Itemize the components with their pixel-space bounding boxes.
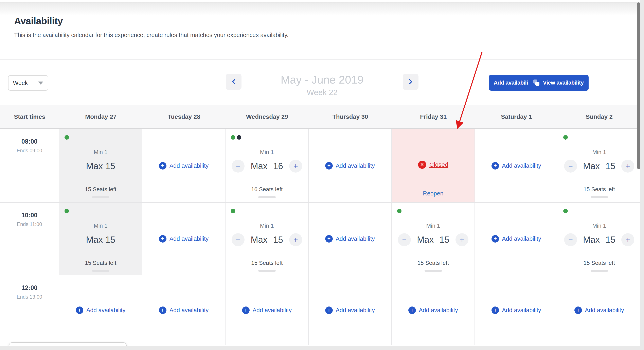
add-availability-link[interactable]: + Add availability [159, 235, 208, 242]
add-availability-link[interactable]: + Add availability [492, 235, 541, 242]
slot-cell-tuesday-0800: + Add availability [142, 129, 226, 202]
plus-icon: + [626, 162, 630, 170]
slot-cell-thursday-1200: + Add availability [309, 275, 392, 345]
top-gradient [0, 2, 644, 16]
slot-cell-thursday-0800: + Add availability [309, 129, 392, 202]
seats-left-label: 16 Seats left [251, 186, 283, 192]
column-header-sunday: Sunday 2 [558, 113, 640, 120]
column-header-wednesday: Wednesday 29 [226, 113, 309, 120]
seats-progress-bar[interactable] [590, 196, 608, 198]
add-availability-link[interactable]: + Add availability [325, 235, 375, 242]
max-stepper-value: Max15 [417, 235, 449, 245]
increase-max-button[interactable]: + [289, 233, 302, 246]
closed-link[interactable]: ✕ Closed [392, 161, 474, 169]
max-label: Max 15 [86, 235, 115, 245]
page-description: This is the availability calendar for th… [14, 32, 640, 38]
seats-left-label: 15 Seats left [85, 260, 116, 266]
plus-circle-icon: + [159, 235, 166, 242]
add-availability-link[interactable]: + Add availability [159, 162, 208, 170]
increase-max-button[interactable]: + [621, 233, 634, 246]
column-header-monday: Monday 27 [59, 113, 142, 120]
next-week-button[interactable] [403, 74, 418, 90]
max-stepper-value: Max16 [250, 161, 283, 171]
increase-max-button[interactable]: + [456, 233, 468, 246]
max-stepper-value: Max15 [583, 235, 615, 245]
chevron-right-icon [407, 78, 414, 86]
column-header-thursday: Thursday 30 [309, 113, 392, 120]
increase-max-button[interactable]: + [289, 160, 302, 172]
vertical-scrollbar[interactable] [637, 2, 640, 169]
seats-left-label: 15 Seats left [85, 186, 116, 192]
min-label: Min 1 [94, 149, 108, 156]
add-availability-link[interactable]: + Add availability [492, 162, 541, 170]
slot-cell-tuesday-1000: + Add availability [142, 203, 226, 275]
seats-progress-bar[interactable] [92, 196, 110, 198]
slot-cell-monday-0800[interactable]: Min 1 Max 15 15 Seats left [59, 129, 142, 202]
seats-progress-bar[interactable] [92, 270, 110, 272]
slot-cell-friday-1000[interactable]: Min 1 − Max15 + 15 Seats left [392, 203, 475, 275]
plus-circle-icon: + [159, 162, 166, 170]
seats-progress-bar[interactable] [258, 270, 276, 272]
add-availability-link[interactable]: + Add availability [159, 306, 208, 314]
add-availability-link[interactable]: + Add availability [325, 162, 375, 170]
column-header-saturday: Saturday 1 [475, 113, 558, 120]
plus-icon: + [626, 236, 630, 244]
decrease-max-button[interactable]: − [564, 160, 577, 172]
slot-cell-monday-1200: + Add availability [59, 275, 142, 345]
plus-circle-icon: + [325, 235, 333, 242]
plus-circle-icon: + [492, 306, 499, 314]
decrease-max-button[interactable]: − [398, 233, 411, 246]
view-availability-button[interactable]: View availability [528, 75, 588, 91]
minus-icon: − [568, 236, 573, 244]
decrease-max-button[interactable]: − [564, 233, 577, 246]
slot-cell-tuesday-1200: + Add availability [142, 275, 226, 345]
add-availability-link[interactable]: + Add availability [408, 306, 458, 314]
top-edge [0, 0, 644, 2]
max-label: Max 15 [86, 161, 115, 171]
view-mode-select[interactable]: Week [8, 75, 48, 91]
period-navigation: May - June 2019 Week 22 [226, 74, 418, 97]
column-header-tuesday: Tuesday 28 [142, 113, 226, 120]
decrease-max-button[interactable]: − [232, 160, 244, 172]
slot-cell-wednesday-0800[interactable]: Min 1 − Max16 + 16 Seats left [226, 129, 309, 202]
start-time-cell: 08:00 Ends 09:00 [0, 129, 59, 202]
slot-cell-sunday-1200: + Add availability [558, 275, 640, 345]
increase-max-button[interactable]: + [621, 160, 634, 172]
plus-circle-icon: + [574, 306, 582, 314]
min-label: Min 1 [426, 222, 440, 229]
slot-cell-friday-0800-closed[interactable]: ✕ Closed Reopen [392, 129, 475, 202]
add-availability-link[interactable]: + Add availability [76, 306, 126, 314]
chevron-left-icon [230, 78, 237, 86]
add-availability-link[interactable]: + Add availability [574, 306, 624, 314]
add-availability-link[interactable]: + Add availability [492, 306, 541, 314]
min-label: Min 1 [260, 222, 274, 229]
slot-cell-monday-1000[interactable]: Min 1 Max 15 15 Seats left [59, 203, 142, 275]
max-stepper-value: Max15 [583, 161, 615, 171]
seats-progress-bar[interactable] [590, 270, 608, 272]
previous-week-button[interactable] [226, 74, 242, 90]
seats-left-label: 15 Seats left [418, 260, 449, 266]
add-availability-link[interactable]: + Add availability [325, 306, 375, 314]
chevron-down-icon [38, 82, 43, 84]
plus-icon: + [294, 162, 298, 170]
plus-circle-icon: + [76, 306, 83, 314]
slot-cell-wednesday-1000[interactable]: Min 1 − Max15 + 15 Seats left [226, 203, 309, 275]
plus-circle-icon: + [325, 162, 333, 170]
reopen-link[interactable]: Reopen [392, 190, 474, 197]
calendar-row-0800: 08:00 Ends 09:00 Min 1 Max 15 15 Seats l… [0, 129, 640, 203]
seats-progress-bar[interactable] [424, 270, 442, 272]
slot-cell-sunday-0800[interactable]: Min 1 − Max15 + 15 Seats left [558, 129, 640, 202]
decrease-max-button[interactable]: − [232, 233, 244, 246]
view-mode-value: Week [13, 80, 28, 86]
min-label: Min 1 [94, 222, 108, 229]
seats-progress-bar[interactable] [258, 196, 276, 198]
add-availability-link[interactable]: + Add availability [242, 306, 292, 314]
top-divider [0, 2, 644, 2]
slot-cell-friday-1200: + Add availability [392, 275, 475, 345]
plus-circle-icon: + [159, 306, 166, 314]
slot-cell-sunday-1000[interactable]: Min 1 − Max15 + 15 Seats left [558, 203, 640, 275]
plus-icon: + [294, 236, 298, 244]
closed-x-icon: ✕ [418, 161, 426, 169]
period-label: May - June 2019 Week 22 [242, 74, 403, 97]
plus-circle-icon: + [408, 306, 416, 314]
